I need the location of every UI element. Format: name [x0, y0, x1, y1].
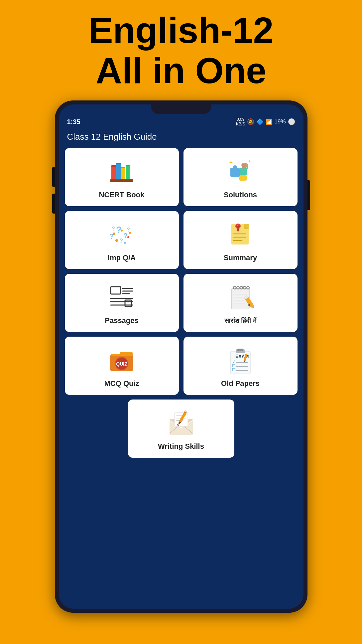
battery-level: 19% [274, 118, 286, 125]
svg-rect-8 [126, 165, 130, 166]
network-speed: 0.09 KB/S [236, 117, 245, 127]
mcq-quiz-label: MCQ Quiz [104, 379, 139, 388]
svg-point-28 [121, 230, 123, 232]
svg-point-52 [233, 286, 236, 289]
status-icons: 0.09 KB/S 🔕 🔷 📶 19% ⚪ [236, 117, 295, 127]
summary-item[interactable]: Summary [183, 211, 298, 269]
svg-rect-4 [116, 163, 121, 164]
svg-rect-16 [244, 163, 246, 169]
writing-skills-item[interactable]: Writing Skills [128, 400, 234, 458]
svg-rect-17 [247, 164, 248, 169]
svg-point-55 [243, 286, 246, 289]
passages-item[interactable]: Passages [65, 274, 179, 332]
svg-point-11 [233, 165, 237, 170]
phone-screen: 1:35 0.09 KB/S 🔕 🔷 📶 19% ⚪ Class 12 Engl… [59, 104, 303, 609]
svg-text:☐: ☐ [232, 368, 236, 372]
old-papers-item[interactable]: EXAM ✓ ☐ ☐ [183, 337, 298, 395]
title-line1: English-12 [88, 10, 273, 50]
svg-rect-18 [239, 175, 247, 181]
svg-point-37 [237, 225, 238, 226]
svg-rect-15 [242, 164, 244, 169]
svg-text:?: ? [123, 232, 128, 240]
app-header: Class 12 English Guide [59, 128, 303, 148]
power-button [307, 180, 310, 210]
svg-text:?: ? [116, 225, 122, 235]
imp-qa-label: Imp Q/A [108, 253, 136, 262]
ncert-book-item[interactable]: NCERT Book [65, 148, 179, 206]
svg-text:QUIZ: QUIZ [116, 361, 127, 367]
svg-rect-13 [240, 168, 247, 175]
title-line2: All in One [88, 50, 273, 90]
hindi-summary-item[interactable]: सारांश हिंदी में [183, 274, 298, 332]
grid-row-1: NCERT Book [65, 148, 298, 206]
svg-rect-70 [237, 349, 243, 351]
svg-point-29 [127, 236, 129, 238]
grid-row-4: QUIZ MCQ Quiz EXAM [65, 337, 298, 395]
hindi-summary-icon [225, 282, 255, 312]
svg-rect-2 [111, 165, 116, 167]
ncert-book-label: NCERT Book [99, 191, 145, 199]
volume-down-button [52, 194, 55, 214]
svg-rect-3 [116, 163, 121, 179]
wifi-icon: 🔷 [256, 118, 264, 125]
svg-point-53 [237, 286, 239, 289]
status-bar: 1:35 0.09 KB/S 🔕 🔷 📶 19% ⚪ [59, 114, 303, 128]
svg-point-27 [113, 233, 115, 235]
mute-icon: 🔕 [247, 118, 254, 125]
ncert-book-icon [107, 156, 137, 186]
mcq-quiz-icon: QUIZ [107, 345, 137, 375]
svg-rect-7 [126, 165, 130, 179]
svg-point-30 [115, 239, 118, 242]
old-papers-label: Old Papers [221, 379, 260, 388]
battery-icon: ⚪ [288, 118, 295, 125]
svg-point-54 [240, 286, 243, 289]
svg-point-56 [247, 286, 249, 289]
svg-rect-9 [110, 179, 133, 180]
volume-up-button [52, 167, 55, 187]
svg-text:?: ? [127, 227, 130, 233]
phone-notch [151, 104, 211, 114]
svg-point-36 [236, 225, 240, 228]
svg-rect-38 [237, 228, 239, 232]
svg-point-32 [129, 232, 131, 234]
svg-text:?: ? [119, 238, 123, 244]
grid-container: NCERT Book [59, 148, 303, 609]
writing-skills-icon [166, 407, 196, 437]
imp-qa-icon: ? ? ? ? ? ? [107, 219, 137, 249]
status-time: 1:35 [67, 118, 80, 126]
page-header: English-12 All in One [88, 0, 273, 100]
svg-point-64 [248, 304, 250, 306]
svg-rect-6 [121, 167, 125, 168]
mcq-quiz-item[interactable]: QUIZ MCQ Quiz [65, 337, 179, 395]
writing-skills-label: Writing Skills [158, 442, 204, 451]
signal-icon: 📶 [266, 119, 272, 125]
svg-point-31 [124, 242, 126, 244]
svg-rect-1 [111, 166, 116, 179]
hindi-summary-label: सारांश हिंदी में [224, 317, 256, 325]
svg-text:?: ? [112, 226, 115, 232]
grid-row-2: ? ? ? ? ? ? [65, 211, 298, 269]
imp-qa-item[interactable]: ? ? ? ? ? ? [65, 211, 179, 269]
grid-row-3: Passages [65, 274, 298, 332]
svg-rect-5 [121, 168, 125, 179]
phone-frame: 1:35 0.09 KB/S 🔕 🔷 📶 19% ⚪ Class 12 Engl… [55, 100, 307, 613]
app-title: Class 12 English Guide [67, 132, 157, 142]
summary-icon [225, 219, 255, 249]
solutions-icon: ✦ ✦ [225, 156, 255, 186]
grid-row-5: Writing Skills [65, 400, 298, 458]
passages-icon [107, 282, 137, 312]
svg-text:✦: ✦ [229, 160, 233, 165]
summary-label: Summary [224, 253, 257, 262]
solutions-label: Solutions [224, 191, 257, 199]
svg-rect-50 [125, 300, 132, 307]
old-papers-icon: EXAM ✓ ☐ ☐ [225, 345, 255, 375]
svg-rect-43 [111, 287, 121, 294]
svg-text:✦: ✦ [248, 159, 251, 164]
solutions-item[interactable]: ✦ ✦ Solutions [183, 148, 298, 206]
passages-label: Passages [105, 316, 139, 325]
